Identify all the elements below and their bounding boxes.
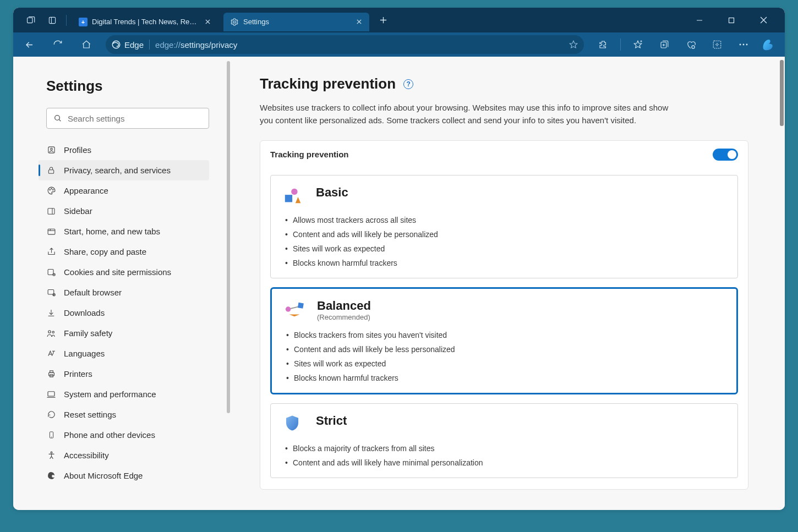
- svg-marker-16: [634, 41, 642, 48]
- permissions-icon: [46, 267, 56, 277]
- close-tab-icon[interactable]: [353, 16, 365, 28]
- svg-rect-64: [298, 302, 304, 308]
- bullet: Sites will work as expected: [293, 242, 726, 256]
- nav-item-profiles[interactable]: Profiles: [39, 140, 209, 160]
- svg-point-47: [48, 330, 51, 333]
- main-scrollbar[interactable]: [780, 60, 784, 126]
- nav-item-printers[interactable]: Printers: [39, 364, 209, 384]
- help-icon[interactable]: ?: [403, 79, 413, 89]
- nav-item-cookies[interactable]: Cookies and site permissions: [39, 262, 209, 282]
- maximize-button[interactable]: [722, 11, 741, 30]
- sidebar-scrollbar[interactable]: [227, 61, 230, 413]
- palette-icon: [46, 186, 56, 196]
- nav-item-appearance[interactable]: Appearance: [39, 180, 209, 201]
- tracking-option-strict[interactable]: Strict Blocks a majority of trackers fro…: [270, 403, 738, 478]
- collections-icon[interactable]: [655, 35, 674, 54]
- reset-icon: [46, 410, 56, 420]
- svg-point-36: [52, 189, 53, 190]
- favorite-star-icon[interactable]: [569, 40, 578, 50]
- gear-icon: [230, 18, 239, 26]
- svg-rect-39: [48, 229, 55, 234]
- nav-item-languages[interactable]: Languages: [39, 343, 209, 364]
- tracking-prevention-card: Tracking prevention Basic Allows mo: [260, 140, 748, 490]
- nav-item-downloads[interactable]: Downloads: [39, 303, 209, 323]
- svg-rect-11: [729, 18, 734, 23]
- extensions-icon[interactable]: [594, 35, 613, 54]
- option-title: Strict: [316, 414, 347, 428]
- tracking-option-balanced[interactable]: Balanced (Recommended) Blocks trackers f…: [270, 287, 738, 394]
- language-icon: [46, 349, 56, 359]
- nav-item-default-browser[interactable]: Default browser: [39, 282, 209, 303]
- svg-point-32: [50, 148, 52, 150]
- browser-essentials-icon[interactable]: [681, 35, 700, 54]
- nav-item-share-copy[interactable]: Share, copy and paste: [39, 242, 209, 262]
- tab-settings[interactable]: Settings: [223, 13, 369, 31]
- tracking-toggle[interactable]: [713, 149, 738, 161]
- tab-actions-icon[interactable]: [22, 12, 39, 29]
- nav-label: Printers: [64, 369, 92, 379]
- browser-window: + Digital Trends | Tech News, Reviews Se…: [13, 8, 785, 510]
- favorites-icon[interactable]: [628, 35, 647, 54]
- balanced-illustration-icon: [284, 299, 305, 320]
- page-heading: Tracking prevention: [260, 75, 396, 92]
- svg-marker-61: [289, 314, 300, 316]
- nav-item-privacy[interactable]: Privacy, search, and services: [39, 160, 209, 180]
- sidebar-icon: [46, 206, 56, 216]
- bullet: Content and ads will likely be personali…: [293, 227, 726, 242]
- toolbar-separator: [620, 39, 621, 51]
- nav-label: Default browser: [64, 288, 122, 297]
- copilot-icon[interactable]: [761, 37, 776, 52]
- nav-item-start-home[interactable]: Start, home, and new tabs: [39, 221, 209, 242]
- settings-nav: Profiles Privacy, search, and services A…: [46, 140, 209, 486]
- tabs-icon: [46, 227, 56, 237]
- address-field[interactable]: Edge edge://settings/privacy: [106, 35, 584, 54]
- screenshot-icon[interactable]: [708, 35, 726, 54]
- bullet: Content and ads will likely be less pers…: [294, 342, 725, 357]
- settings-search[interactable]: [46, 108, 209, 129]
- nav-item-reset[interactable]: Reset settings: [39, 404, 209, 425]
- nav-item-system[interactable]: System and performance: [39, 384, 209, 404]
- svg-point-28: [746, 44, 748, 46]
- svg-rect-44: [48, 290, 54, 295]
- tracking-toggle-row: Tracking prevention: [270, 149, 738, 166]
- refresh-button[interactable]: [48, 35, 67, 54]
- minimize-button[interactable]: [690, 11, 709, 30]
- nav-label: Accessibility: [64, 451, 109, 460]
- tab-separator: [66, 15, 67, 26]
- svg-rect-51: [50, 371, 53, 373]
- nav-item-about[interactable]: About Microsoft Edge: [39, 465, 209, 486]
- svg-rect-42: [48, 270, 53, 275]
- nav-item-family[interactable]: Family safety: [39, 323, 209, 343]
- tab-digital-trends[interactable]: + Digital Trends | Tech News, Reviews: [72, 13, 218, 31]
- nav-label: Family safety: [64, 328, 112, 338]
- svg-point-48: [52, 331, 54, 333]
- close-window-button[interactable]: [754, 11, 773, 30]
- nav-label: Cookies and site permissions: [64, 267, 171, 277]
- nav-item-accessibility[interactable]: Accessibility: [39, 445, 209, 465]
- svg-point-63: [286, 306, 291, 312]
- svg-rect-23: [713, 41, 721, 48]
- back-button[interactable]: [20, 35, 39, 54]
- accessibility-icon: [46, 451, 56, 460]
- phone-icon: [46, 430, 56, 440]
- nav-label: Privacy, search, and services: [64, 166, 171, 175]
- more-menu-icon[interactable]: [734, 35, 753, 54]
- svg-rect-50: [48, 372, 54, 376]
- home-button[interactable]: [77, 35, 96, 54]
- nav-item-sidebar[interactable]: Sidebar: [39, 201, 209, 221]
- option-title: Basic: [316, 185, 348, 200]
- svg-marker-60: [296, 196, 301, 202]
- svg-point-35: [51, 188, 51, 189]
- strict-illustration-icon: [283, 414, 304, 435]
- vertical-tabs-icon[interactable]: [44, 12, 61, 29]
- laptop-icon: [46, 390, 56, 399]
- site-icon: +: [79, 18, 88, 26]
- new-tab-button[interactable]: [375, 12, 391, 29]
- settings-main: Tracking prevention ? Websites use track…: [231, 57, 785, 510]
- settings-search-input[interactable]: [68, 114, 202, 123]
- svg-rect-37: [48, 208, 54, 214]
- nav-item-phone[interactable]: Phone and other devices: [39, 425, 209, 445]
- close-tab-icon[interactable]: [201, 16, 214, 28]
- tracking-option-basic[interactable]: Basic Allows most trackers across all si…: [270, 175, 738, 278]
- tab-label: Digital Trends | Tech News, Reviews: [92, 18, 197, 26]
